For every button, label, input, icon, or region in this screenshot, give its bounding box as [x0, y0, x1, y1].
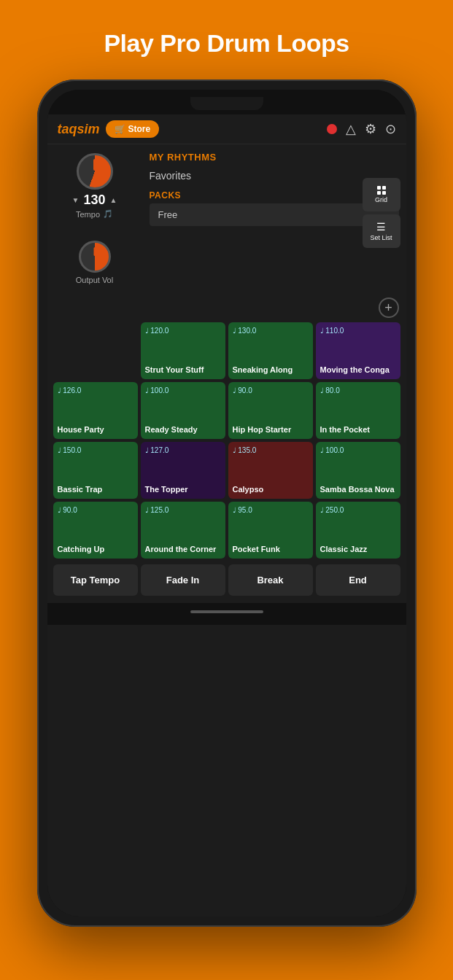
- phone-frame: taqsim 🛒 Store △ ⚙ ⊙: [37, 79, 417, 927]
- grid-cell-catching[interactable]: ♩ 90.0 Catching Up: [53, 502, 138, 559]
- tempo-down-arrow[interactable]: ▼: [72, 196, 80, 204]
- grid-cell-ready[interactable]: ♩ 100.0 Ready Steady: [141, 382, 225, 439]
- profile-icon[interactable]: ⊙: [385, 121, 396, 137]
- notch: [190, 97, 263, 110]
- grid-cell-around[interactable]: ♩ 125.0 Around the Corner: [141, 502, 225, 559]
- metronome-icon: 🎵: [103, 209, 113, 219]
- tempo-value: 130: [83, 192, 105, 208]
- grid-cell-calypso[interactable]: ♩ 135.0 Calypso: [228, 442, 313, 499]
- setlist-icon: ☰: [376, 221, 386, 233]
- free-pack-item[interactable]: Free: [150, 203, 399, 226]
- view-buttons: Grid ☰ Set List: [363, 178, 400, 248]
- record-icon[interactable]: [327, 124, 337, 134]
- tempo-knob-container: ▼ 130 ▲ Tempo 🎵: [55, 153, 135, 219]
- grid-cell-jazz[interactable]: ♩ 250.0 Classic Jazz: [316, 502, 400, 559]
- grid-cell-pocket[interactable]: ♩ 80.0 In the Pocket: [316, 382, 400, 439]
- fade-in-button[interactable]: Fade In: [141, 564, 225, 596]
- tempo-up-arrow[interactable]: ▲: [110, 196, 117, 204]
- home-bar: [190, 610, 263, 613]
- settings-icon[interactable]: ⚙: [365, 121, 376, 137]
- grid-section: ♩ 120.0 Strut Your Stuff ♩ 130.0 Sneakin…: [47, 322, 406, 559]
- output-knob[interactable]: [79, 241, 111, 273]
- grid-cell-bassic[interactable]: ♩ 150.0 Bassic Trap: [53, 442, 138, 499]
- grid-row-2: ♩ 126.0 House Party ♩ 100.0 Ready Steady…: [53, 382, 400, 439]
- app-logo: taqsim: [58, 122, 100, 137]
- notch-bar: [47, 90, 406, 114]
- tempo-controls: ▼ 130 ▲: [72, 192, 117, 208]
- grid-cell-topper[interactable]: ♩ 127.0 The Topper: [141, 442, 225, 499]
- grid-cell-conga[interactable]: ♩ 110.0 Moving the Conga: [316, 322, 400, 379]
- bottom-bar: Tap Tempo Fade In Break End: [47, 561, 406, 603]
- page-title: Play Pro Drum Loops: [104, 29, 349, 58]
- grid-icon: [377, 186, 386, 195]
- my-rhythms-title: MY RHYTHMS: [150, 152, 399, 163]
- tap-tempo-button[interactable]: Tap Tempo: [53, 564, 138, 596]
- main-content: ▼ 130 ▲ Tempo 🎵 Output Vol: [47, 144, 406, 293]
- home-indicator: [47, 603, 406, 625]
- output-section: Output Vol: [55, 241, 135, 284]
- right-panel: MY RHYTHMS Favorites PACKS Free Grid: [142, 144, 406, 293]
- end-button[interactable]: End: [316, 564, 400, 596]
- logo-text2: im: [85, 122, 100, 136]
- packs-title: PACKS: [150, 190, 399, 201]
- grid-row-3: ♩ 150.0 Bassic Trap ♩ 127.0 The Topper ♩…: [53, 442, 400, 499]
- break-button[interactable]: Break: [228, 564, 313, 596]
- grid-cell-samba[interactable]: ♩ 100.0 Samba Bossa Nova: [316, 442, 400, 499]
- logo-text: taq: [58, 122, 77, 136]
- grid-row-4: ♩ 90.0 Catching Up ♩ 125.0 Around the Co…: [53, 502, 400, 559]
- favorites-item[interactable]: Favorites: [150, 167, 399, 184]
- cart-icon: 🛒: [115, 124, 125, 134]
- tempo-label: Tempo 🎵: [76, 209, 113, 219]
- grid-button[interactable]: Grid: [363, 178, 400, 211]
- grid-cell-sneaking[interactable]: ♩ 130.0 Sneaking Along: [228, 322, 313, 379]
- add-button[interactable]: +: [379, 298, 399, 318]
- store-button[interactable]: 🛒 Store: [106, 120, 160, 138]
- output-label: Output Vol: [76, 276, 113, 284]
- header-icons: △ ⚙ ⊙: [327, 121, 396, 137]
- logo-accent: s: [77, 122, 85, 136]
- left-panel: ▼ 130 ▲ Tempo 🎵 Output Vol: [47, 144, 142, 293]
- grid-row-1: ♩ 120.0 Strut Your Stuff ♩ 130.0 Sneakin…: [53, 322, 400, 379]
- grid-cell-hiphop[interactable]: ♩ 90.0 Hip Hop Starter: [228, 382, 313, 439]
- grid-cell-empty: [53, 322, 138, 379]
- header: taqsim 🛒 Store △ ⚙ ⊙: [47, 114, 406, 144]
- screen: taqsim 🛒 Store △ ⚙ ⊙: [47, 114, 406, 917]
- add-btn-row: +: [47, 293, 406, 322]
- grid-cell-strut[interactable]: ♩ 120.0 Strut Your Stuff: [141, 322, 225, 379]
- setlist-button[interactable]: ☰ Set List: [363, 214, 400, 248]
- warning-icon[interactable]: △: [346, 121, 356, 137]
- tempo-knob[interactable]: [77, 153, 113, 190]
- grid-cell-house[interactable]: ♩ 126.0 House Party: [53, 382, 138, 439]
- grid-cell-pocketfunk[interactable]: ♩ 95.0 Pocket Funk: [228, 502, 313, 559]
